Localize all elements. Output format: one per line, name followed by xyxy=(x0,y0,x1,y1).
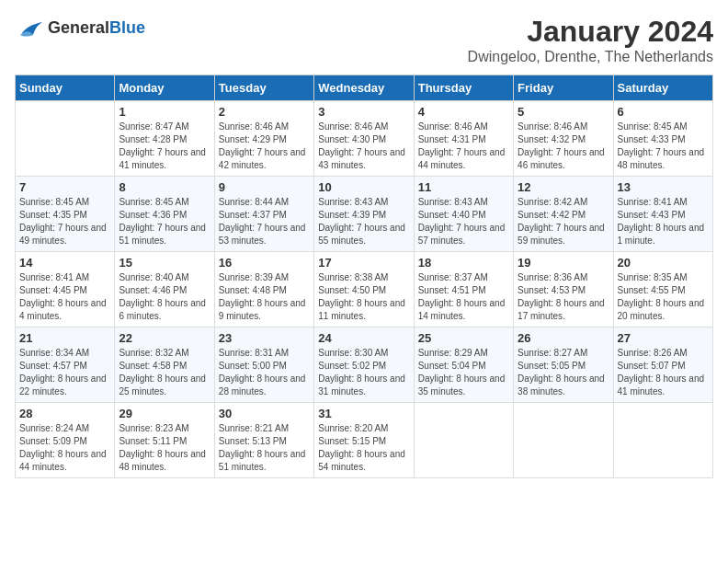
cell-content: 26Sunrise: 8:27 AM Sunset: 5:05 PM Dayli… xyxy=(518,331,609,398)
day-number: 29 xyxy=(119,407,210,420)
calendar-cell: 12Sunrise: 8:42 AM Sunset: 4:42 PM Dayli… xyxy=(514,177,613,252)
calendar-cell: 17Sunrise: 8:38 AM Sunset: 4:50 PM Dayli… xyxy=(314,252,414,327)
day-info: Sunrise: 8:44 AM Sunset: 4:37 PM Dayligh… xyxy=(219,196,310,247)
day-number: 1 xyxy=(119,105,210,119)
day-number: 16 xyxy=(219,256,310,270)
day-info: Sunrise: 8:24 AM Sunset: 5:09 PM Dayligh… xyxy=(19,422,110,474)
calendar-cell: 13Sunrise: 8:41 AM Sunset: 4:43 PM Dayli… xyxy=(613,177,712,252)
day-info: Sunrise: 8:43 AM Sunset: 4:40 PM Dayligh… xyxy=(418,196,509,247)
day-number: 3 xyxy=(318,105,409,119)
cell-content: 18Sunrise: 8:37 AM Sunset: 4:51 PM Dayli… xyxy=(418,256,509,323)
day-info: Sunrise: 8:43 AM Sunset: 4:39 PM Dayligh… xyxy=(318,196,409,247)
day-number: 9 xyxy=(219,180,310,194)
day-info: Sunrise: 8:37 AM Sunset: 4:51 PM Dayligh… xyxy=(418,271,509,323)
calendar-week-row: 21Sunrise: 8:34 AM Sunset: 4:57 PM Dayli… xyxy=(16,327,713,403)
calendar-cell xyxy=(16,101,115,177)
calendar-cell: 9Sunrise: 8:44 AM Sunset: 4:37 PM Daylig… xyxy=(214,177,313,252)
calendar-cell: 30Sunrise: 8:21 AM Sunset: 5:13 PM Dayli… xyxy=(214,403,313,478)
day-info: Sunrise: 8:27 AM Sunset: 5:05 PM Dayligh… xyxy=(518,347,609,398)
calendar-cell xyxy=(514,403,613,478)
day-number: 17 xyxy=(318,256,409,270)
day-info: Sunrise: 8:46 AM Sunset: 4:31 PM Dayligh… xyxy=(418,121,509,172)
col-friday: Friday xyxy=(514,75,613,101)
calendar-cell: 18Sunrise: 8:37 AM Sunset: 4:51 PM Dayli… xyxy=(414,252,513,327)
day-info: Sunrise: 8:46 AM Sunset: 4:29 PM Dayligh… xyxy=(219,121,310,172)
day-info: Sunrise: 8:21 AM Sunset: 5:13 PM Dayligh… xyxy=(219,422,310,474)
cell-content: 7Sunrise: 8:45 AM Sunset: 4:35 PM Daylig… xyxy=(19,180,110,247)
calendar-cell: 23Sunrise: 8:31 AM Sunset: 5:00 PM Dayli… xyxy=(214,327,313,403)
calendar-cell: 1Sunrise: 8:47 AM Sunset: 4:28 PM Daylig… xyxy=(115,101,214,177)
calendar-cell: 27Sunrise: 8:26 AM Sunset: 5:07 PM Dayli… xyxy=(613,327,712,403)
calendar-cell: 25Sunrise: 8:29 AM Sunset: 5:04 PM Dayli… xyxy=(414,327,513,403)
calendar-week-row: 7Sunrise: 8:45 AM Sunset: 4:35 PM Daylig… xyxy=(16,177,713,252)
day-number: 10 xyxy=(318,180,409,194)
day-info: Sunrise: 8:47 AM Sunset: 4:28 PM Dayligh… xyxy=(119,121,210,172)
calendar-week-row: 1Sunrise: 8:47 AM Sunset: 4:28 PM Daylig… xyxy=(16,101,713,177)
calendar-cell: 28Sunrise: 8:24 AM Sunset: 5:09 PM Dayli… xyxy=(16,403,115,478)
location-title: Dwingeloo, Drenthe, The Netherlands xyxy=(468,49,713,65)
cell-content: 31Sunrise: 8:20 AM Sunset: 5:15 PM Dayli… xyxy=(318,407,409,474)
cell-content: 27Sunrise: 8:26 AM Sunset: 5:07 PM Dayli… xyxy=(618,331,709,398)
calendar-cell: 10Sunrise: 8:43 AM Sunset: 4:39 PM Dayli… xyxy=(314,177,414,252)
day-number: 15 xyxy=(119,256,210,270)
day-info: Sunrise: 8:26 AM Sunset: 5:07 PM Dayligh… xyxy=(618,347,709,398)
cell-content: 11Sunrise: 8:43 AM Sunset: 4:40 PM Dayli… xyxy=(418,180,509,247)
calendar-cell: 4Sunrise: 8:46 AM Sunset: 4:31 PM Daylig… xyxy=(414,101,513,177)
day-number: 2 xyxy=(219,105,310,119)
cell-content: 8Sunrise: 8:45 AM Sunset: 4:36 PM Daylig… xyxy=(119,180,210,247)
calendar-header-row: Sunday Monday Tuesday Wednesday Thursday… xyxy=(16,75,713,101)
calendar-cell: 2Sunrise: 8:46 AM Sunset: 4:29 PM Daylig… xyxy=(214,101,313,177)
day-number: 12 xyxy=(518,180,609,194)
calendar-cell xyxy=(414,403,513,478)
page-header: GeneralBlue January 2024 Dwingeloo, Dren… xyxy=(15,15,713,65)
day-info: Sunrise: 8:46 AM Sunset: 4:32 PM Dayligh… xyxy=(518,121,609,172)
calendar-cell: 20Sunrise: 8:35 AM Sunset: 4:55 PM Dayli… xyxy=(613,252,712,327)
calendar-cell: 15Sunrise: 8:40 AM Sunset: 4:46 PM Dayli… xyxy=(115,252,214,327)
calendar-table: Sunday Monday Tuesday Wednesday Thursday… xyxy=(15,75,713,478)
cell-content: 16Sunrise: 8:39 AM Sunset: 4:48 PM Dayli… xyxy=(219,256,310,323)
day-info: Sunrise: 8:39 AM Sunset: 4:48 PM Dayligh… xyxy=(219,271,310,323)
day-number: 20 xyxy=(618,256,709,270)
cell-content: 22Sunrise: 8:32 AM Sunset: 4:58 PM Dayli… xyxy=(119,331,210,398)
cell-content: 24Sunrise: 8:30 AM Sunset: 5:02 PM Dayli… xyxy=(318,331,409,398)
calendar-cell: 11Sunrise: 8:43 AM Sunset: 4:40 PM Dayli… xyxy=(414,177,513,252)
cell-content: 15Sunrise: 8:40 AM Sunset: 4:46 PM Dayli… xyxy=(119,256,210,323)
calendar-cell xyxy=(613,403,712,478)
cell-content: 2Sunrise: 8:46 AM Sunset: 4:29 PM Daylig… xyxy=(219,105,310,172)
day-number: 21 xyxy=(19,331,110,345)
day-number: 23 xyxy=(219,331,310,345)
calendar-cell: 7Sunrise: 8:45 AM Sunset: 4:35 PM Daylig… xyxy=(16,177,115,252)
day-info: Sunrise: 8:45 AM Sunset: 4:36 PM Dayligh… xyxy=(119,196,210,247)
cell-content: 20Sunrise: 8:35 AM Sunset: 4:55 PM Dayli… xyxy=(618,256,709,323)
cell-content: 9Sunrise: 8:44 AM Sunset: 4:37 PM Daylig… xyxy=(219,180,310,247)
cell-content: 17Sunrise: 8:38 AM Sunset: 4:50 PM Dayli… xyxy=(318,256,409,323)
title-block: January 2024 Dwingeloo, Drenthe, The Net… xyxy=(468,15,713,65)
day-info: Sunrise: 8:41 AM Sunset: 4:43 PM Dayligh… xyxy=(618,196,709,247)
day-number: 25 xyxy=(418,331,509,345)
cell-content: 25Sunrise: 8:29 AM Sunset: 5:04 PM Dayli… xyxy=(418,331,509,398)
logo-icon xyxy=(15,15,44,40)
day-number: 6 xyxy=(618,105,709,119)
logo-general: General xyxy=(48,18,109,37)
day-info: Sunrise: 8:34 AM Sunset: 4:57 PM Dayligh… xyxy=(19,347,110,398)
day-info: Sunrise: 8:29 AM Sunset: 5:04 PM Dayligh… xyxy=(418,347,509,398)
day-info: Sunrise: 8:36 AM Sunset: 4:53 PM Dayligh… xyxy=(518,271,609,323)
day-info: Sunrise: 8:35 AM Sunset: 4:55 PM Dayligh… xyxy=(618,271,709,323)
day-info: Sunrise: 8:45 AM Sunset: 4:33 PM Dayligh… xyxy=(618,121,709,172)
day-number: 18 xyxy=(418,256,509,270)
cell-content: 13Sunrise: 8:41 AM Sunset: 4:43 PM Dayli… xyxy=(618,180,709,247)
day-info: Sunrise: 8:32 AM Sunset: 4:58 PM Dayligh… xyxy=(119,347,210,398)
day-info: Sunrise: 8:46 AM Sunset: 4:30 PM Dayligh… xyxy=(318,121,409,172)
day-number: 22 xyxy=(119,331,210,345)
day-info: Sunrise: 8:23 AM Sunset: 5:11 PM Dayligh… xyxy=(119,422,210,474)
calendar-cell: 31Sunrise: 8:20 AM Sunset: 5:15 PM Dayli… xyxy=(314,403,414,478)
day-number: 19 xyxy=(518,256,609,270)
day-number: 13 xyxy=(618,180,709,194)
cell-content: 10Sunrise: 8:43 AM Sunset: 4:39 PM Dayli… xyxy=(318,180,409,247)
day-number: 26 xyxy=(518,331,609,345)
day-info: Sunrise: 8:41 AM Sunset: 4:45 PM Dayligh… xyxy=(19,271,110,323)
day-number: 31 xyxy=(318,407,409,420)
calendar-cell: 5Sunrise: 8:46 AM Sunset: 4:32 PM Daylig… xyxy=(514,101,613,177)
month-title: January 2024 xyxy=(468,15,713,49)
col-monday: Monday xyxy=(115,75,214,101)
